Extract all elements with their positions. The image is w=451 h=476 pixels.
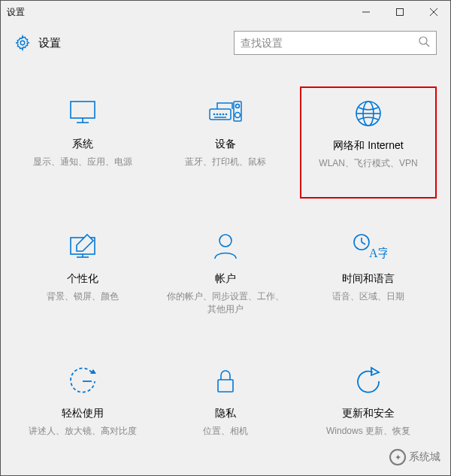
tile-desc: 语音、区域、日期 (329, 290, 407, 303)
tile-desc: 位置、相机 (200, 425, 251, 438)
devices-icon (207, 94, 244, 130)
tile-desc: WLAN、飞行模式、VPN (316, 157, 420, 170)
tile-devices[interactable]: 设备 蓝牙、打印机、鼠标 (157, 86, 294, 199)
svg-point-19 (235, 113, 241, 118)
tile-time-language[interactable]: A字 时间和语言 语音、区域、日期 (300, 221, 437, 333)
accounts-icon (209, 229, 242, 265)
tile-title: 系统 (72, 138, 93, 151)
tile-title: 帐户 (215, 272, 236, 286)
header-left: 设置 (14, 35, 61, 51)
lock-icon (209, 363, 242, 399)
ease-of-access-icon (66, 363, 99, 399)
svg-point-18 (236, 105, 240, 108)
svg-point-12 (216, 114, 217, 114)
svg-point-26 (219, 235, 232, 247)
maximize-button[interactable] (383, 1, 416, 23)
settings-grid: 系统 显示、通知、应用、电源 设备 蓝牙、打印机、鼠标 (1, 64, 450, 475)
minimize-button[interactable] (349, 1, 383, 23)
svg-rect-33 (218, 380, 233, 392)
window-title: 设置 (7, 6, 25, 19)
time-language-icon: A字 (350, 229, 387, 265)
tile-desc: 你的帐户、同步设置、工作、其他用户 (162, 290, 289, 316)
minimize-icon (362, 8, 370, 16)
tile-update-security[interactable]: 更新和安全 Windows 更新、恢复 (300, 356, 437, 468)
svg-rect-1 (396, 9, 403, 16)
tile-network[interactable]: 网络和 Internet WLAN、飞行模式、VPN (300, 86, 437, 199)
search-box[interactable] (234, 31, 437, 55)
tile-desc: 显示、通知、应用、电源 (30, 156, 135, 168)
svg-point-14 (222, 114, 223, 114)
tile-desc: 背景、锁屏、颜色 (44, 290, 122, 303)
window-controls (349, 1, 450, 23)
tile-personalization[interactable]: 个性化 背景、锁屏、颜色 (14, 221, 151, 333)
svg-rect-7 (71, 102, 95, 118)
tile-ease-of-access[interactable]: 轻松使用 讲述人、放大镜、高对比度 (14, 356, 151, 468)
tile-desc: 蓝牙、打印机、鼠标 (182, 156, 269, 168)
system-icon (66, 94, 99, 130)
svg-line-29 (362, 242, 365, 244)
header: 设置 (1, 23, 450, 64)
gear-icon (14, 35, 31, 51)
tile-title: 轻松使用 (62, 407, 104, 420)
globe-icon (352, 96, 385, 132)
close-button[interactable] (416, 1, 450, 23)
search-input[interactable] (241, 37, 418, 49)
personalization-icon (66, 229, 99, 265)
page-title: 设置 (38, 36, 61, 50)
tile-title: 更新和安全 (342, 407, 395, 420)
tile-desc: 讲述人、放大镜、高对比度 (26, 425, 140, 438)
tile-title: 设备 (215, 138, 236, 151)
tile-system[interactable]: 系统 显示、通知、应用、电源 (14, 86, 151, 199)
settings-window: 设置 设置 (0, 0, 451, 476)
svg-point-13 (219, 114, 220, 114)
svg-text:A字: A字 (369, 247, 387, 259)
tile-title: 个性化 (67, 272, 98, 286)
svg-line-6 (426, 44, 429, 47)
tile-title: 隐私 (215, 407, 236, 420)
update-icon (352, 363, 385, 399)
tile-privacy[interactable]: 隐私 位置、相机 (157, 356, 294, 468)
svg-point-4 (20, 41, 25, 45)
svg-point-15 (226, 114, 226, 114)
tile-accounts[interactable]: 帐户 你的帐户、同步设置、工作、其他用户 (157, 221, 294, 333)
tile-title: 时间和语言 (342, 272, 395, 286)
close-icon (430, 8, 437, 16)
tile-title: 网络和 Internet (333, 139, 403, 153)
titlebar: 设置 (1, 1, 450, 23)
search-icon (418, 35, 430, 50)
maximize-icon (396, 8, 404, 16)
tile-desc: Windows 更新、恢复 (323, 425, 413, 438)
svg-point-5 (419, 37, 427, 44)
svg-point-11 (213, 114, 214, 114)
